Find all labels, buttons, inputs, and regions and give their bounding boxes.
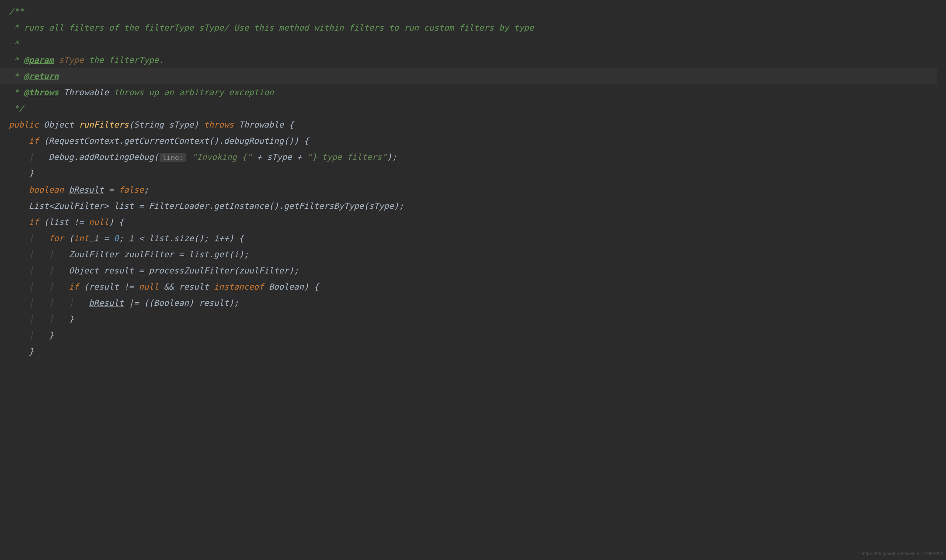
- code-line: │ │ }: [9, 311, 946, 327]
- code-line: * @throws Throwable throws up an arbitra…: [9, 84, 946, 100]
- code-line: │ │ if (result != null && result instanc…: [9, 279, 946, 295]
- code-line: */: [9, 100, 946, 117]
- code-line: │ │ ZuulFilter zuulFilter = list.get(i);: [9, 246, 946, 263]
- code-line: List<ZuulFilter> list = FilterLoader.get…: [9, 198, 946, 214]
- param-hint: line:: [160, 153, 186, 162]
- code-line: }: [9, 343, 946, 360]
- code-line: if (list != null) {: [9, 214, 946, 230]
- code-line: │ │ Object result = processZuulFilter(zu…: [9, 263, 946, 279]
- code-line: * runs all filters of the filterType sTy…: [9, 20, 946, 36]
- watermark: https://blog.csdn.net/weixin_42994251: [862, 549, 943, 558]
- code-line: │ Debug.addRoutingDebug(line: "Invoking …: [9, 149, 946, 165]
- code-line: /**: [9, 3, 946, 20]
- code-line: * @param sType the filterType.: [9, 52, 946, 68]
- code-line: *: [9, 36, 946, 52]
- code-line: if (RequestContext.getCurrentContext().d…: [9, 133, 946, 149]
- code-line: public Object runFilters(String sType) t…: [9, 117, 946, 133]
- code-editor[interactable]: /** * runs all filters of the filterType…: [0, 0, 946, 360]
- code-line: │ │ │ bResult |= ((Boolean) result);: [9, 295, 946, 311]
- code-line: boolean bResult = false;: [9, 182, 946, 198]
- code-line-highlighted: * @return: [0, 68, 937, 84]
- code-line: }: [9, 165, 946, 181]
- code-line: │ for (int i = 0; i < list.size(); i++) …: [9, 230, 946, 246]
- code-line: │ }: [9, 327, 946, 343]
